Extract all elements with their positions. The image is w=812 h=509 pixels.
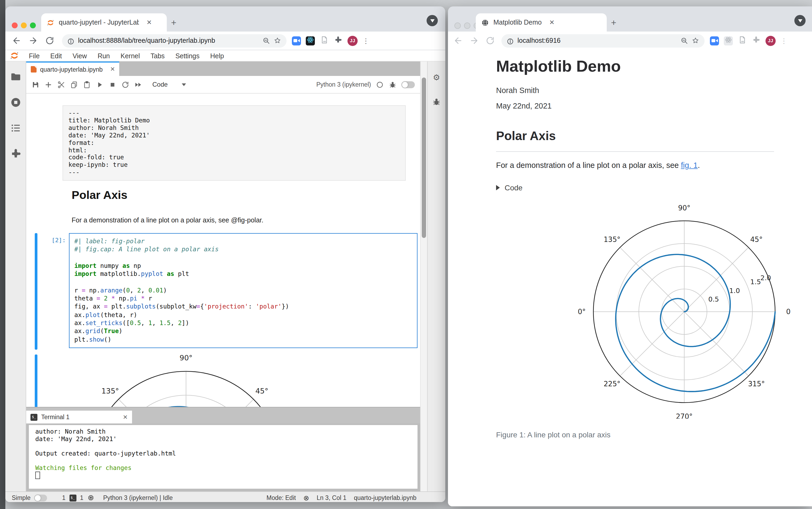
- menu-view[interactable]: View: [67, 53, 92, 60]
- notifications-icon[interactable]: ⊗: [303, 494, 309, 502]
- figure-link[interactable]: fig. 1: [681, 161, 698, 169]
- run-cell-button[interactable]: [96, 80, 104, 89]
- notebook-scrollbar[interactable]: [420, 62, 427, 491]
- back-button[interactable]: [453, 36, 463, 45]
- simple-mode-toggle[interactable]: [34, 494, 47, 501]
- menu-edit[interactable]: Edit: [45, 53, 67, 60]
- cell-type-select[interactable]: Code: [152, 81, 186, 88]
- paste-cells-button[interactable]: [83, 80, 91, 89]
- minimize-window-button[interactable]: [21, 23, 27, 28]
- tab-title: Matplotlib Demo: [493, 19, 542, 26]
- svg-text:135°: 135°: [102, 387, 119, 395]
- close-tab-icon[interactable]: ✕: [146, 19, 152, 26]
- code-cell-editor[interactable]: #| label: fig-polar#| fig.cap: A line pl…: [69, 233, 418, 348]
- mode-indicator[interactable]: Mode: Edit: [267, 495, 296, 501]
- close-window-button[interactable]: [12, 23, 17, 28]
- extension-manager-icon[interactable]: [10, 148, 21, 159]
- extensions-puzzle-icon[interactable]: [751, 36, 761, 45]
- forward-button[interactable]: [28, 36, 38, 45]
- menu-run[interactable]: Run: [92, 53, 115, 60]
- kernel-name[interactable]: Python 3 (ipykernel): [316, 81, 371, 88]
- browser-menu-icon[interactable]: ⋮: [780, 37, 787, 44]
- close-terminal-tab-icon[interactable]: ✕: [123, 413, 128, 420]
- tab-search-button[interactable]: [427, 15, 438, 26]
- zoom-extension-icon[interactable]: [292, 36, 301, 45]
- code-fold-toggle[interactable]: Code: [496, 183, 523, 192]
- menu-kernel[interactable]: Kernel: [115, 53, 145, 60]
- debugger-sidebar-icon[interactable]: [432, 97, 441, 106]
- interrupt-kernel-button[interactable]: [108, 80, 116, 89]
- bookmark-star-icon[interactable]: [692, 37, 699, 44]
- table-of-contents-icon[interactable]: [10, 123, 21, 134]
- extensions-puzzle-icon[interactable]: [333, 36, 343, 45]
- reload-button[interactable]: [45, 36, 55, 45]
- copy-cells-button[interactable]: [70, 80, 78, 89]
- notebook-content[interactable]: ---title: Matplotlib Demoauthor: Norah S…: [26, 94, 420, 407]
- profile-avatar[interactable]: JJ: [348, 36, 358, 46]
- site-info-icon[interactable]: [67, 37, 74, 44]
- tab-title: quarto-jupyterl - JupyterLab: [59, 19, 139, 26]
- document-extension-icon[interactable]: [738, 36, 747, 45]
- zoom-out-page-icon[interactable]: [262, 37, 270, 44]
- terminal-count-icon[interactable]: $_: [69, 494, 76, 501]
- forward-button[interactable]: [469, 36, 479, 45]
- toolbar-toggle[interactable]: [401, 81, 415, 88]
- close-window-button[interactable]: [454, 23, 461, 29]
- cursor-position[interactable]: Ln 3, Col 1: [317, 495, 346, 501]
- browser-tab-matplotlib-demo[interactable]: Matplotlib Demo ✕: [476, 13, 607, 32]
- profile-avatar[interactable]: JJ: [766, 36, 776, 46]
- zoom-out-page-icon[interactable]: [680, 37, 688, 44]
- output-collapser[interactable]: [35, 354, 37, 407]
- kernel-chip-icon[interactable]: [87, 494, 95, 502]
- zoom-extension-icon[interactable]: [710, 36, 719, 45]
- react-devtools-icon[interactable]: [724, 36, 733, 45]
- menu-settings[interactable]: Settings: [170, 53, 205, 60]
- code-line: fig, ax = plt.subplots(subplot_kw={'proj…: [74, 303, 412, 311]
- menu-help[interactable]: Help: [205, 53, 229, 60]
- debugger-icon[interactable]: [389, 80, 397, 89]
- jupyterlab-menubar-items: FileEditViewRunKernelTabsSettingsHelp: [24, 51, 229, 60]
- add-cell-button[interactable]: [44, 80, 52, 89]
- save-button[interactable]: [32, 80, 40, 89]
- new-tab-button[interactable]: +: [611, 18, 616, 28]
- zoom-window-button[interactable]: [30, 23, 36, 28]
- cut-cells-button[interactable]: [57, 80, 65, 89]
- chevron-down-icon: [430, 19, 434, 23]
- address-bar[interactable]: localhost:6916: [501, 34, 705, 47]
- bookmark-star-icon[interactable]: [274, 37, 281, 44]
- url-text[interactable]: localhost:8888/lab/tree/quarto-jupyterla…: [78, 37, 259, 44]
- reload-button[interactable]: [485, 36, 495, 45]
- menu-file[interactable]: File: [24, 53, 45, 60]
- site-info-icon[interactable]: [507, 37, 514, 44]
- minimize-window-button[interactable]: [464, 23, 470, 29]
- kernel-status-icon: [376, 80, 384, 89]
- notebook-tab[interactable]: quarto-jupyterlab.ipynb ✕: [26, 62, 119, 76]
- file-browser-icon[interactable]: [10, 71, 21, 82]
- scrollbar-thumb[interactable]: [422, 77, 426, 238]
- browser-menu-icon[interactable]: ⋮: [362, 37, 369, 44]
- property-inspector-icon[interactable]: ⚙: [433, 73, 440, 81]
- section-divider: [496, 151, 774, 152]
- browser-tab-jupyterlab[interactable]: quarto-jupyterl - JupyterLab ✕: [41, 13, 167, 32]
- url-text[interactable]: localhost:6916: [518, 37, 677, 44]
- restart-run-all-button[interactable]: [134, 80, 142, 89]
- react-devtools-icon[interactable]: [306, 36, 315, 45]
- code-line: plt.show(): [74, 336, 412, 344]
- restart-kernel-button[interactable]: [121, 80, 129, 89]
- menu-tabs[interactable]: Tabs: [145, 53, 170, 60]
- terminal-screen[interactable]: author: Norah Smith date: 'May 22nd, 202…: [29, 425, 418, 489]
- terminal-tab[interactable]: $_ Terminal 1 ✕: [26, 411, 132, 423]
- back-button[interactable]: [12, 36, 22, 45]
- yaml-raw-cell[interactable]: ---title: Matplotlib Demoauthor: Norah S…: [63, 105, 406, 181]
- kernel-status-text[interactable]: Python 3 (ipykernel) | Idle: [103, 495, 173, 501]
- tab-search-button[interactable]: [795, 15, 806, 26]
- address-bar[interactable]: localhost:8888/lab/tree/quarto-jupyterla…: [62, 34, 286, 47]
- cell-collapser[interactable]: [35, 233, 37, 350]
- document-extension-icon[interactable]: [320, 36, 329, 45]
- new-tab-button[interactable]: +: [171, 18, 176, 28]
- window-controls[interactable]: [12, 23, 36, 28]
- close-tab-icon[interactable]: ✕: [549, 19, 555, 26]
- running-kernels-icon[interactable]: [10, 97, 21, 108]
- code-line: #| fig.cap: A line plot on a polar axis: [74, 246, 412, 254]
- close-notebook-tab-icon[interactable]: ✕: [110, 66, 115, 73]
